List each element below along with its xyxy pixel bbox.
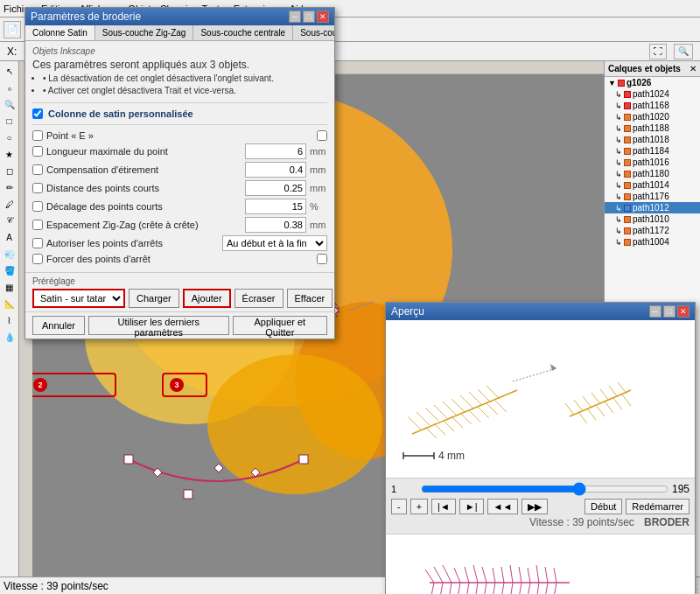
apercu-redemarrer[interactable]: Redémarrer — [626, 499, 690, 514]
svg-line-58 — [578, 412, 587, 423]
param-checkbox-autoriser[interactable] — [32, 238, 43, 248]
layer-item-path1010[interactable]: ↳ path1010 — [605, 213, 700, 225]
tool-measure[interactable]: 📐 — [2, 296, 18, 311]
param-input-compensation[interactable] — [245, 162, 306, 178]
ajouter-button[interactable]: Ajouter — [183, 289, 231, 308]
apercu-lower-preview — [386, 534, 695, 594]
svg-line-94 — [519, 583, 522, 594]
param-checkbox-forcer[interactable] — [32, 254, 43, 264]
tool-select[interactable]: ↖ — [2, 63, 18, 79]
layer-item-path1172[interactable]: ↳ path1172 — [605, 225, 700, 236]
zoom-fit[interactable]: ⛶ — [649, 44, 667, 59]
tool-dropper[interactable]: 💧 — [2, 329, 18, 345]
param-checkbox-distance[interactable] — [32, 183, 43, 193]
layer-item-path1012[interactable]: ↳ path1012 — [605, 202, 700, 213]
apercu-minimize[interactable]: ─ — [649, 305, 662, 318]
svg-line-93 — [510, 583, 513, 594]
tool-text[interactable]: A — [2, 229, 18, 245]
apercu-fast-fwd[interactable]: ▶▶ — [522, 499, 548, 514]
tool-connector[interactable]: ⌇ — [2, 312, 18, 328]
apercu-slider[interactable] — [421, 482, 668, 496]
layer-item-path1168[interactable]: ↳ path1168 — [605, 100, 700, 111]
param-checkbox-espacement[interactable] — [32, 220, 43, 230]
prereglage-select[interactable]: Satin - sur tatar — [32, 289, 125, 308]
apercu-next-end[interactable]: ►| — [459, 499, 484, 514]
svg-line-57 — [618, 382, 626, 394]
tab-sous-couche-c[interactable]: Sous-couche de C... — [293, 25, 334, 40]
dialog-title-bar: Paramètres de broderie ─ □ ✕ — [25, 8, 334, 25]
param-label-longueur: Longueur maximale du point — [46, 146, 242, 157]
apercu-close[interactable]: ✕ — [677, 305, 690, 318]
apercu-slider-value: 195 — [672, 483, 690, 495]
tool-pen[interactable]: 🖊 — [2, 196, 18, 212]
param-select-autoriser[interactable]: Au début et à la fin Au début À la fin J… — [222, 235, 327, 251]
broderie-dialog: Paramètres de broderie ─ □ ✕ Colonne Sat… — [24, 7, 335, 339]
apercu-minus[interactable]: - — [391, 499, 407, 514]
layer-item-path1180[interactable]: ↳ path1180 — [605, 168, 700, 179]
layer-item-path1018[interactable]: ↳ path1018 — [605, 134, 700, 145]
tool-gradient[interactable]: ▦ — [2, 279, 18, 295]
tool-star[interactable]: ★ — [2, 146, 18, 162]
param-value-point-e[interactable] — [317, 130, 327, 141]
layer-item-path1024[interactable]: ↳ path1024 — [605, 88, 700, 100]
layer-item-path1004[interactable]: ↳ path1004 — [605, 236, 700, 248]
svg-line-63 — [622, 395, 631, 406]
param-checkbox-compensation[interactable] — [32, 164, 43, 175]
layers-panel-close[interactable]: ✕ — [690, 64, 696, 73]
apercu-debut[interactable]: Début — [584, 499, 622, 514]
tool-spray[interactable]: 💨 — [2, 246, 18, 262]
annuler-button[interactable]: Annuler — [32, 316, 85, 335]
layer-item-path1176[interactable]: ↳ path1176 — [605, 191, 700, 202]
svg-line-89 — [475, 583, 478, 594]
tab-colonne-satin[interactable]: Colonne Satin — [25, 25, 95, 41]
svg-line-77 — [501, 567, 504, 583]
param-row-point-e: Point « E » — [32, 130, 327, 141]
param-value-forcer[interactable] — [317, 254, 327, 264]
layer-item-g1026[interactable]: ▼ g1026 — [605, 77, 700, 88]
zoom-in[interactable]: 🔍 — [674, 44, 693, 59]
param-checkbox-decalage[interactable] — [32, 201, 43, 212]
param-input-decalage[interactable] — [245, 199, 306, 214]
param-input-espacement[interactable] — [245, 217, 306, 233]
tab-sous-couche-zig-zag[interactable]: Sous-couche Zig-Zag — [95, 25, 194, 40]
tool-zoom[interactable]: 🔍 — [2, 96, 18, 112]
dialog-title-buttons: ─ □ ✕ — [289, 10, 329, 23]
dialog-maximize[interactable]: □ — [303, 10, 315, 23]
param-input-longueur[interactable] — [245, 143, 306, 159]
appliquer-quitter-button[interactable]: Appliquer et Quitter — [233, 316, 327, 335]
tool-node[interactable]: ⬦ — [2, 80, 18, 95]
charger-button[interactable]: Charger — [129, 289, 179, 308]
derniers-params-button[interactable]: Utiliser les derniers paramètres — [88, 316, 229, 335]
tool-ellipse[interactable]: ○ — [2, 129, 18, 145]
effacer-button[interactable]: Effacer — [287, 289, 333, 308]
tool-rect[interactable]: □ — [2, 113, 18, 129]
apercu-plus[interactable]: + — [410, 499, 428, 514]
tool-calligraph[interactable]: 𝒞 — [2, 213, 18, 228]
tool-pencil[interactable]: ✏ — [2, 179, 18, 195]
ecraser-button[interactable]: Écraser — [234, 289, 284, 308]
tab-sous-couche-centrale[interactable]: Sous-couche centrale — [193, 25, 293, 40]
svg-line-46 — [486, 403, 498, 415]
param-input-distance[interactable] — [245, 180, 306, 196]
apercu-prev-start[interactable]: |◄ — [431, 499, 456, 514]
dialog-minimize[interactable]: ─ — [289, 10, 301, 23]
layer-item-path1020[interactable]: ↳ path1020 — [605, 111, 700, 122]
tool-fill[interactable]: 🪣 — [2, 262, 18, 278]
param-label-decalage: Décalage des points courts — [46, 201, 242, 212]
custom-satin-checkbox[interactable] — [32, 108, 43, 119]
section-header: Objets Inkscape — [32, 46, 327, 56]
tool-3d[interactable]: ◻ — [2, 163, 18, 178]
dialog-main-content: Objets Inkscape Ces paramètres seront ap… — [25, 41, 334, 272]
param-checkbox-point-e[interactable] — [32, 130, 43, 141]
layer-label-path1180: path1180 — [633, 169, 669, 178]
apercu-fast-back[interactable]: ◄◄ — [487, 499, 519, 514]
toolbar-new[interactable]: 📄 — [4, 21, 21, 38]
dialog-close[interactable]: ✕ — [317, 10, 329, 23]
apercu-maximize[interactable]: □ — [663, 305, 676, 318]
layer-item-path1014[interactable]: ↳ path1014 — [605, 179, 700, 191]
layer-item-path1184[interactable]: ↳ path1184 — [605, 145, 700, 157]
layer-item-path1188[interactable]: ↳ path1188 — [605, 122, 700, 134]
param-checkbox-longueur[interactable] — [32, 146, 43, 157]
layer-item-path1016[interactable]: ↳ path1016 — [605, 157, 700, 168]
svg-line-40 — [434, 423, 445, 435]
